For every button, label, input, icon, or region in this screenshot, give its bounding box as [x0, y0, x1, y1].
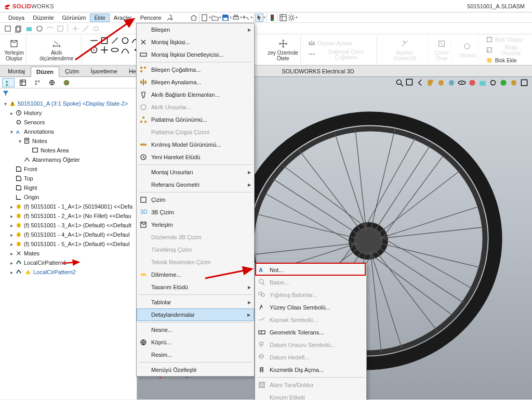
dd-component[interactable]: Bileşen▶ — [137, 23, 254, 36]
dd-component-pattern[interactable]: Bileşen Çoğaltma... — [137, 63, 254, 76]
dd-mate-controller[interactable]: Montaj İlişkisi Denetleyicisi... — [137, 48, 254, 61]
svg-rect-14 — [58, 26, 63, 31]
tb-icon[interactable] — [4, 24, 12, 33]
tree-origin[interactable]: Origin — [0, 192, 137, 202]
tab-duzen[interactable]: Düzen — [31, 67, 59, 77]
tb-icon[interactable] — [15, 24, 23, 33]
pin-icon[interactable] — [166, 14, 174, 22]
tree-plane-front[interactable]: Front — [0, 164, 137, 174]
section-view-icon[interactable] — [426, 78, 435, 87]
open-icon[interactable] — [211, 14, 219, 22]
funnel-icon[interactable] — [2, 89, 9, 97]
svg-line-84 — [359, 145, 445, 231]
rb-move-on-surface[interactable]: zey Üzerinde Ötele — [265, 35, 300, 64]
tb-icon — [46, 24, 54, 33]
traffic-light-icon[interactable] — [268, 14, 276, 22]
svg-rect-34 — [35, 83, 37, 85]
dd-sketch[interactable]: Çizim — [137, 193, 254, 206]
svg-rect-105 — [140, 70, 142, 72]
dd-object[interactable]: Nesne... — [137, 324, 254, 336]
svg-line-82 — [378, 231, 464, 318]
svg-rect-108 — [141, 197, 146, 202]
zoom-fit-icon[interactable] — [395, 78, 404, 87]
tree-plane-right[interactable]: Right — [0, 183, 137, 192]
settings-gear-icon[interactable] — [287, 14, 296, 22]
tree-history[interactable]: ▸History — [0, 108, 137, 118]
dd-hyperlink[interactable]: Köprü... — [137, 336, 254, 349]
tree-component-3[interactable]: ▸(f) 50151001 - 3_A<1> (Default) <<Defau… — [0, 221, 137, 230]
dd-smart-fasteners[interactable]: Akıllı Bağlantı Elemanları... — [137, 88, 254, 101]
dd-reference-geometry[interactable]: Referans Geometri▶ — [137, 178, 254, 191]
tree-mates[interactable]: ▸Mates — [0, 249, 137, 258]
dd-tables[interactable]: Tablolar▶ — [137, 296, 254, 308]
dd-surface-finish[interactable]: Yüzey Cilası Sembolü... — [255, 301, 366, 314]
menu-window[interactable]: Pencere — [136, 14, 166, 22]
zoom-area-icon[interactable] — [405, 78, 415, 87]
print-icon[interactable] — [232, 14, 240, 22]
tree-notes-area[interactable]: Notes Area — [0, 146, 137, 155]
view-tools2-icon[interactable] — [520, 78, 529, 87]
tree-sensors[interactable]: Sensors — [0, 118, 137, 127]
dd-customize-menu[interactable]: Menüyü Özelleştir — [137, 364, 254, 376]
tree-annotations[interactable]: ▾AAnnotations — [0, 127, 137, 136]
property-tab-icon[interactable] — [17, 78, 29, 87]
tree-component-5[interactable]: ▸(f) 50151001 - 5_A<1> (Default) <<Defau… — [0, 239, 137, 249]
undo-icon[interactable] — [242, 14, 250, 22]
rb-layout-create[interactable]: Yerleşim Oluştur — [2, 35, 26, 64]
feature-tree-tab-icon[interactable] — [2, 78, 15, 87]
feature-tree[interactable]: ▾50151001_A (3:1 Spoke) <Display State-2… — [0, 98, 137, 278]
dd-geometric-tolerance[interactable]: Geometrik Tolerans... — [255, 326, 366, 339]
menu-edit[interactable]: Düzenle — [29, 14, 58, 22]
dd-3d-sketch[interactable]: 3D3B Çizim — [137, 206, 254, 218]
options-icon[interactable] — [279, 14, 287, 22]
dd-component-mirror[interactable]: Bileşen Aynalama... — [137, 76, 254, 88]
dd-assembly-features[interactable]: Montaj Unsurları▶ — [137, 166, 254, 178]
appearance-tab-icon[interactable] — [60, 78, 73, 87]
tree-component-2[interactable]: ▸(f) 50151001 - 2_A<1> (No Fillet) <<Def… — [0, 211, 137, 221]
select-arrow-icon[interactable] — [255, 14, 263, 22]
display-tab-icon[interactable] — [46, 78, 58, 87]
save-icon[interactable] — [221, 14, 230, 22]
svg-point-59 — [500, 80, 506, 85]
hide-show-icon[interactable] — [457, 78, 467, 87]
tab-cizim[interactable]: Çizim — [59, 66, 85, 76]
dd-mate[interactable]: Montaj İlişkisi... — [137, 36, 254, 48]
dd-layout[interactable]: Yerleşim — [137, 218, 254, 231]
tb-icon[interactable] — [35, 24, 44, 33]
tree-notes[interactable]: ▾Notes — [0, 136, 137, 146]
tab-montaj[interactable]: Montaj — [2, 66, 31, 76]
prev-view-icon[interactable] — [416, 78, 425, 87]
dd-motion-study[interactable]: Yeni Hareket Etüdü — [137, 151, 254, 163]
menu-file[interactable]: Dosya — [4, 14, 29, 22]
dd-break-view[interactable]: Kırılmış Model Görünümü... — [137, 138, 254, 151]
red-arrow-to-note — [203, 265, 257, 281]
tb-icon[interactable] — [25, 24, 33, 33]
dd-picture[interactable]: Resim... — [137, 349, 254, 361]
app-logo: SOLIDWORKS — [3, 2, 54, 10]
tree-local-pattern-2[interactable]: ▸LocalCirPattern2 — [0, 267, 137, 277]
edit-appearance-icon[interactable] — [468, 78, 477, 87]
apply-scene-icon[interactable] — [478, 78, 487, 87]
tab-electrical-3d[interactable]: SOLIDWORKS Electrical 3D — [276, 66, 360, 76]
annotations-submenu: ANot... Balon... Yığılmış Balonlar... Yü… — [255, 263, 367, 400]
new-doc-icon[interactable] — [201, 14, 209, 22]
view-settings-icon[interactable] — [488, 78, 498, 87]
view-orientation-icon[interactable] — [436, 78, 446, 87]
render-icon[interactable] — [499, 78, 508, 87]
tree-root[interactable]: ▾50151001_A (3:1 Spoke) <Display State-2… — [0, 99, 137, 108]
tree-unassigned[interactable]: Atanmamış Öğeler — [0, 155, 137, 164]
svg-rect-31 — [20, 80, 26, 85]
view-tools-icon[interactable] — [509, 78, 518, 87]
home-icon[interactable] — [190, 14, 198, 22]
dd-annotations[interactable]: Detaylandırmalar▶ — [137, 308, 254, 321]
brand-text: SOLIDWORKS — [12, 3, 54, 9]
tree-component-1[interactable]: ▸(f) 50151001 - 1_A<1> (50194001) <<Defa — [0, 202, 137, 211]
dd-cosmetic-thread[interactable]: Kozmetik Diş Açma... — [255, 364, 366, 376]
dd-design-study[interactable]: Tasarım Etüdü▶ — [137, 281, 254, 293]
tab-isaretleme[interactable]: İşaretleme — [85, 66, 123, 76]
tree-plane-top[interactable]: Top — [0, 174, 137, 183]
dd-exploded-view[interactable]: Patlatma Görünümü... — [137, 113, 254, 126]
display-style-icon[interactable] — [447, 78, 456, 87]
config-tab-icon[interactable] — [31, 78, 44, 87]
tree-component-4[interactable]: ▸(f) 50151001 - 4_A<1> (Default) <<Defau… — [0, 230, 137, 239]
